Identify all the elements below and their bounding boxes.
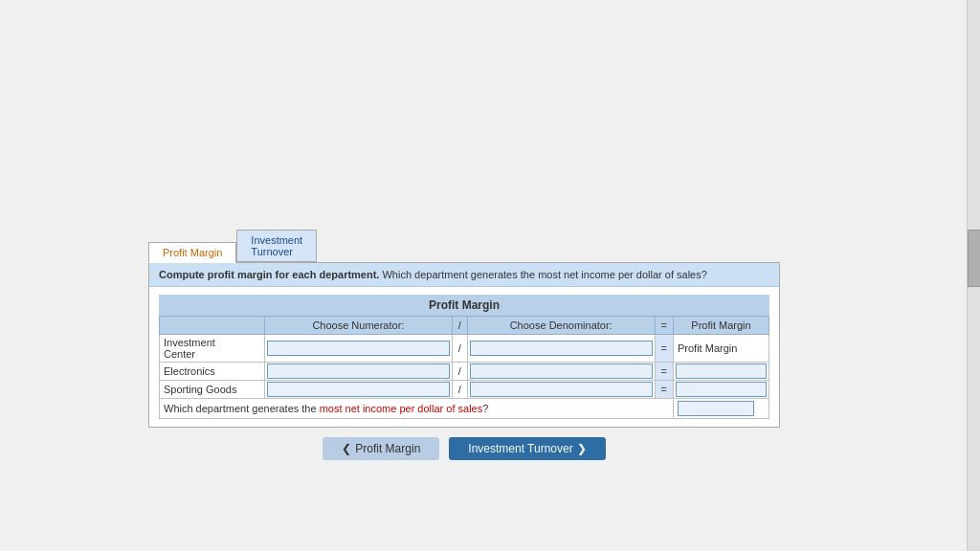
denominator-input-cell-3[interactable] (467, 381, 655, 399)
tab-investment-turnover-label: InvestmentTurnover (251, 234, 302, 257)
instruction-rest: Which department generates the most net … (379, 269, 706, 280)
question-part2: ? (482, 403, 488, 414)
header-label (160, 317, 265, 335)
row-label-investment-center: InvestmentCenter (160, 335, 265, 363)
header-numerator: Choose Numerator: (265, 317, 453, 335)
profit-table: Choose Numerator: / Choose Denominator: … (159, 316, 769, 419)
result-cell-2[interactable] (674, 363, 769, 381)
answer-cell[interactable] (674, 399, 769, 419)
back-button[interactable]: Profit Margin (323, 437, 439, 460)
tab-investment-turnover[interactable]: InvestmentTurnover (236, 230, 317, 262)
result-cell-3[interactable] (674, 381, 769, 399)
nav-buttons: Profit Margin Investment Turnover (148, 437, 780, 460)
table-section: Profit Margin Choose Numerator: / Choose… (149, 287, 779, 427)
answer-input[interactable] (678, 401, 754, 416)
numerator-input-1[interactable] (267, 341, 450, 356)
question-part1: Which department generates the (164, 403, 320, 414)
denominator-input-1[interactable] (470, 341, 653, 356)
next-button[interactable]: Investment Turnover (449, 437, 605, 460)
tab-bar: Profit Margin InvestmentTurnover (148, 230, 780, 262)
header-result: Profit Margin (674, 317, 769, 335)
tab-profit-margin[interactable]: Profit Margin (148, 242, 236, 263)
result-text-1: Profit Margin (674, 335, 769, 363)
div-symbol-2: / (452, 363, 467, 381)
table-row: Electronics / = (160, 363, 769, 381)
equals-symbol-2: = (655, 363, 673, 381)
question-row: Which department generates the most net … (160, 399, 769, 419)
table-row: Sporting Goods / = (160, 381, 769, 399)
numerator-input-cell-1[interactable] (265, 335, 453, 363)
div-symbol-1: / (452, 335, 467, 363)
result-input-3[interactable] (676, 382, 767, 397)
div-symbol-3: / (452, 381, 467, 399)
numerator-input-cell-3[interactable] (265, 381, 453, 399)
main-panel: Compute profit margin for each departmen… (148, 262, 780, 428)
header-equals: = (655, 317, 673, 335)
tab-profit-margin-label: Profit Margin (163, 247, 222, 258)
equals-symbol-3: = (655, 381, 673, 399)
denominator-input-cell-2[interactable] (467, 363, 655, 381)
instruction-bold: Compute profit margin for each departmen… (159, 269, 379, 280)
header-div: / (452, 317, 467, 335)
result-input-2[interactable] (676, 364, 767, 379)
table-title: Profit Margin (159, 295, 769, 316)
denominator-input-cell-1[interactable] (467, 335, 655, 363)
denominator-input-3[interactable] (470, 382, 653, 397)
numerator-input-2[interactable] (267, 364, 450, 379)
header-denominator: Choose Denominator: (467, 317, 655, 335)
denominator-input-2[interactable] (470, 364, 653, 379)
numerator-input-cell-2[interactable] (265, 363, 453, 381)
question-highlight: most net income per dollar of sales (320, 403, 483, 414)
table-row: InvestmentCenter / = Profit Margin (160, 335, 769, 363)
row-label-electronics: Electronics (160, 363, 265, 381)
instruction-bar: Compute profit margin for each departmen… (149, 263, 779, 287)
question-text: Which department generates the most net … (160, 399, 674, 419)
equals-symbol-1: = (655, 335, 673, 363)
numerator-input-3[interactable] (267, 382, 450, 397)
row-label-sporting-goods: Sporting Goods (160, 381, 265, 399)
